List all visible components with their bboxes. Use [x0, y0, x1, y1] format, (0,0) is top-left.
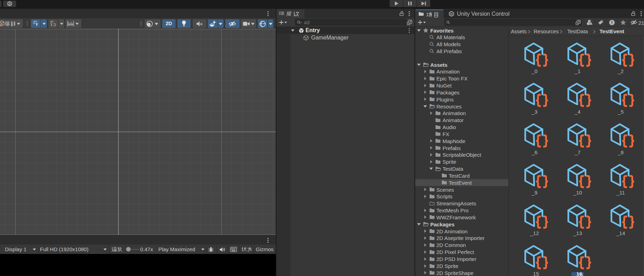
svg-text:D: D — [8, 2, 11, 6]
svg-text:D: D — [450, 12, 453, 16]
svg-text:Y: Y — [36, 23, 38, 26]
